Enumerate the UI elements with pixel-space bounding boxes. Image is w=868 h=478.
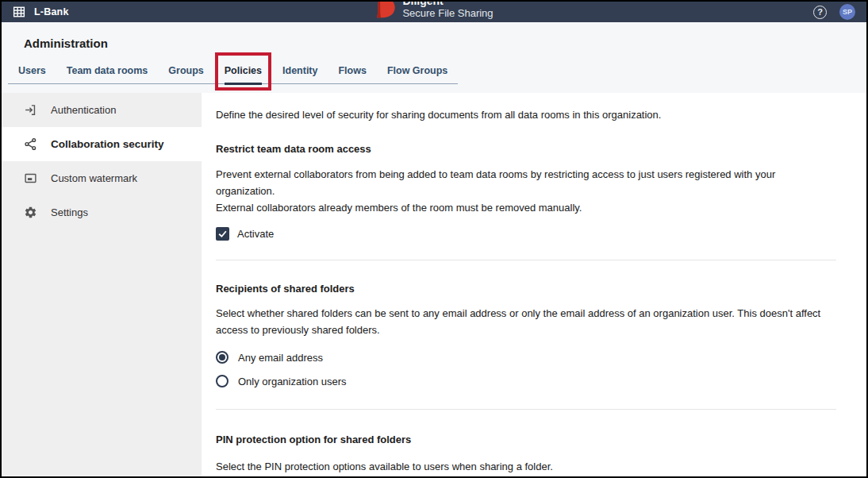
activate-checkbox-label: Activate bbox=[237, 228, 274, 240]
restrict-access-description-line2: External collaborators already members o… bbox=[216, 199, 836, 216]
restrict-access-description-line1: Prevent external collaborators from bein… bbox=[216, 166, 836, 199]
sidebar-item-collaboration-security[interactable]: Collaboration security bbox=[2, 127, 202, 161]
pin-protection-description: Select the PIN protection options availa… bbox=[216, 458, 836, 475]
section-divider bbox=[216, 409, 836, 410]
help-icon[interactable]: ? bbox=[813, 6, 827, 19]
topbar: L-Bank Diligent Secure File Sharing ? SP bbox=[2, 2, 866, 22]
section-heading-pin-protection: PIN protection option for shared folders bbox=[216, 434, 836, 445]
sidebar-item-label: Custom watermark bbox=[51, 172, 137, 184]
only-org-users-radio[interactable] bbox=[216, 375, 229, 387]
section-heading-recipients: Recipients of shared folders bbox=[216, 283, 836, 295]
sidebar-item-label: Authentication bbox=[51, 104, 116, 116]
app-grid-icon[interactable] bbox=[13, 6, 25, 17]
tab-flows[interactable]: Flows bbox=[328, 60, 376, 83]
tab-flow-groups[interactable]: Flow Groups bbox=[377, 60, 458, 83]
sidebar-item-label: Collaboration security bbox=[51, 138, 164, 150]
policies-content: Define the desired level of security for… bbox=[202, 93, 866, 476]
any-email-radio-label: Any email address bbox=[238, 352, 323, 364]
policies-sidebar: Authentication Collaboration security bbox=[2, 93, 202, 476]
tab-users[interactable]: Users bbox=[8, 60, 56, 83]
watermark-icon bbox=[24, 172, 37, 185]
page-title: Administration bbox=[24, 37, 866, 50]
section-divider bbox=[216, 260, 836, 260]
only-org-users-radio-label: Only organization users bbox=[238, 376, 347, 387]
sidebar-item-authentication[interactable]: Authentication bbox=[2, 93, 202, 127]
tab-policies[interactable]: Policies bbox=[214, 60, 272, 83]
radio-row-any-email[interactable]: Any email address bbox=[216, 351, 836, 364]
activate-checkbox-row[interactable]: Activate bbox=[216, 227, 836, 241]
recipients-description: Select whether shared folders can be sen… bbox=[216, 305, 836, 338]
avatar[interactable]: SP bbox=[839, 4, 855, 20]
gear-icon bbox=[24, 206, 37, 219]
tab-groups[interactable]: Groups bbox=[158, 60, 213, 83]
brand-product: Secure File Sharing bbox=[402, 8, 493, 20]
activate-checkbox[interactable] bbox=[216, 227, 229, 241]
diligent-logo-icon bbox=[374, 0, 396, 19]
org-name: L-Bank bbox=[34, 6, 69, 17]
tab-strip: Users Team data rooms Groups Policies Id… bbox=[8, 60, 458, 84]
sidebar-item-label: Settings bbox=[51, 206, 88, 218]
login-icon bbox=[24, 103, 37, 117]
app-window: L-Bank Diligent Secure File Sharing ? SP… bbox=[0, 0, 868, 478]
radio-row-only-org-users[interactable]: Only organization users bbox=[216, 375, 836, 387]
any-email-radio[interactable] bbox=[216, 351, 229, 364]
tab-policies-label: Policies bbox=[225, 65, 262, 76]
share-icon bbox=[24, 137, 37, 151]
policies-intro: Define the desired level of security for… bbox=[216, 109, 836, 121]
tab-team-data-rooms[interactable]: Team data rooms bbox=[56, 60, 159, 83]
tab-identity[interactable]: Identity bbox=[272, 60, 328, 83]
brand-logo: Diligent Secure File Sharing bbox=[374, 0, 493, 19]
sidebar-item-settings[interactable]: Settings bbox=[2, 195, 202, 229]
section-heading-restrict-access: Restrict team data room access bbox=[216, 143, 836, 155]
admin-header: Administration Users Team data rooms Gro… bbox=[2, 22, 866, 93]
sidebar-item-custom-watermark[interactable]: Custom watermark bbox=[2, 161, 202, 195]
